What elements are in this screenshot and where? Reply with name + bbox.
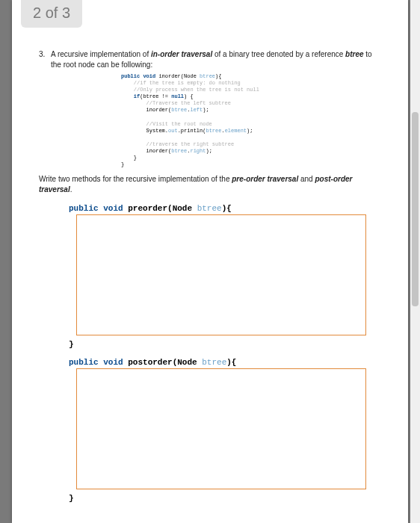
code-kw: null xyxy=(171,93,184,99)
code-comment: //Visit the root node xyxy=(121,121,212,127)
code-txt: (btree != xyxy=(140,93,171,99)
preorder-signature: public void preorder(Node btree){ xyxy=(69,204,381,213)
code-var: btree xyxy=(171,148,187,154)
code-kw: if xyxy=(121,93,140,99)
page-content: 3. A recursive implementation of in-orde… xyxy=(39,49,381,503)
code-txt: ); xyxy=(203,107,209,113)
code-var: right xyxy=(190,148,206,154)
followup-text: Write two methods for the recursive impl… xyxy=(39,174,381,195)
sig-param: btree xyxy=(197,204,222,213)
code-txt: inorder(Node xyxy=(155,73,200,79)
code-var: btree xyxy=(171,107,187,113)
code-var: btree xyxy=(206,128,221,134)
code-txt: System. xyxy=(121,128,168,134)
sig-txt: postorder(Node xyxy=(123,358,203,367)
followup-a: Write two methods for the recursive impl… xyxy=(39,175,232,183)
term-btree: btree xyxy=(345,50,363,58)
code-comment: //if the tree is empty: do nothing xyxy=(121,80,241,86)
code-comment: //traverse the right subtree xyxy=(121,141,234,147)
sig-param: btree xyxy=(202,358,226,367)
code-txt: inorder( xyxy=(121,107,171,113)
code-sample: public void inorder(Node btree){ //if th… xyxy=(121,73,381,168)
term-preorder: pre-order traversal xyxy=(232,175,298,183)
viewer-viewport: 2 of 3 3. A recursive implementation of … xyxy=(0,0,420,523)
postorder-close-brace: } xyxy=(69,494,381,503)
sig-txt: preorder(Node xyxy=(123,204,197,213)
term-inorder: in-order traversal xyxy=(151,50,212,58)
question-text-b: of a binary tree denoted by a reference xyxy=(212,50,345,58)
preorder-close-brace: } xyxy=(69,340,381,349)
question-text: A recursive implementation of in-order t… xyxy=(51,49,381,70)
code-txt: ) { xyxy=(184,93,194,99)
postorder-answer-box xyxy=(76,368,366,489)
code-comment: //Only process when the tree is not null xyxy=(121,87,259,93)
followup-b: and xyxy=(298,175,315,183)
code-txt: .println( xyxy=(178,128,206,134)
scrollbar-thumb[interactable] xyxy=(412,112,419,306)
code-kw: public void xyxy=(121,73,155,79)
code-comment: //Traverse the left subtree xyxy=(121,100,231,106)
code-txt: } xyxy=(121,161,124,167)
sig-txt: ){ xyxy=(226,358,236,367)
question-row: 3. A recursive implementation of in-orde… xyxy=(39,49,381,70)
code-txt: ); xyxy=(247,128,253,134)
code-txt: ){ xyxy=(215,73,221,79)
sig-txt: ){ xyxy=(222,204,232,213)
code-var: element xyxy=(225,128,247,134)
vertical-scrollbar[interactable] xyxy=(410,0,420,523)
code-out: out xyxy=(168,128,178,134)
preorder-answer-box xyxy=(76,214,366,335)
code-txt: ); xyxy=(206,148,211,154)
question-number: 3. xyxy=(39,49,51,70)
code-txt: } xyxy=(121,155,137,161)
followup-c: . xyxy=(70,185,72,194)
page-indicator-badge: 2 of 3 xyxy=(21,0,82,28)
document-page: 2 of 3 3. A recursive implementation of … xyxy=(12,0,408,523)
code-var: left xyxy=(190,107,203,113)
sig-kw: public void xyxy=(69,204,123,213)
question-text-a: A recursive implementation of xyxy=(51,50,151,58)
sig-kw: public void xyxy=(69,358,123,367)
postorder-signature: public void postorder(Node btree){ xyxy=(69,358,381,367)
code-var: btree xyxy=(200,73,215,79)
code-txt: inorder( xyxy=(121,148,171,154)
